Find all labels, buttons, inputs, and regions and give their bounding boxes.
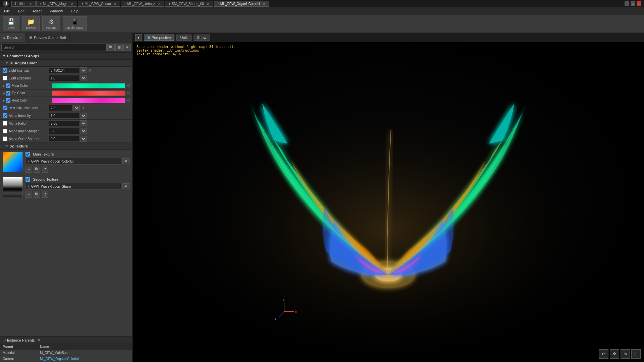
close-icon[interactable]: ✕ — [114, 2, 116, 6]
main-texture-navigate-back[interactable]: ← — [25, 166, 32, 173]
close-icon[interactable]: ✕ — [207, 2, 209, 6]
close-icon[interactable]: ✕ — [158, 2, 161, 6]
params-button[interactable]: ⚙ Params — [42, 16, 60, 31]
param-groups-label: Parameter Groups — [7, 54, 39, 58]
menu-window[interactable]: Window — [48, 8, 64, 14]
light-intensity-input[interactable] — [49, 67, 79, 73]
main-color-reset-icon[interactable]: ↺ — [126, 83, 131, 88]
main-color-swatch[interactable] — [52, 83, 125, 88]
second-texture-dropdown-icon[interactable]: ▼ — [122, 183, 129, 189]
alpha-falloff-checkbox[interactable] — [3, 121, 7, 126]
root-tip-blend-checkbox[interactable] — [3, 106, 7, 110]
search-input[interactable] — [1, 44, 107, 51]
alpha-falloff-input[interactable] — [49, 120, 79, 126]
menu-asset[interactable]: Asset — [31, 8, 43, 14]
tip-color-swatch[interactable] — [52, 90, 125, 96]
mobile-stats-button[interactable]: 📱 Mobile Stats — [63, 16, 87, 31]
minimize-button[interactable]: ─ — [625, 1, 629, 6]
root-color-checkbox[interactable] — [6, 98, 10, 103]
alpha-inner-dropdown[interactable]: ▼ — [80, 128, 87, 134]
main-texture-dropdown-icon[interactable]: ▼ — [122, 158, 129, 164]
param-groups-header[interactable]: ▼ Parameter Groups — [0, 53, 132, 60]
viewport[interactable]: ▼ Perspective Unlit Show Base pass shade… — [132, 33, 644, 362]
menu-help[interactable]: Help — [69, 8, 80, 14]
light-exposure-input[interactable] — [49, 75, 79, 81]
alpha-falloff-dropdown[interactable]: ▼ — [80, 120, 87, 126]
light-exposure-checkbox[interactable] — [3, 76, 7, 80]
search-button[interactable]: 🔍 — [107, 44, 115, 51]
main-texture-name-input[interactable] — [25, 158, 121, 165]
alpha-outer-dropdown[interactable]: ▼ — [80, 136, 87, 142]
viewport-ctrl-fit[interactable]: ⊞ — [631, 349, 641, 359]
root-color-reset-icon[interactable]: ↺ — [126, 98, 131, 103]
tip-color-checkbox[interactable] — [6, 91, 10, 96]
main-color-expand-icon[interactable]: ▶ — [3, 84, 5, 87]
tab-ml-ocean[interactable]: ● ML_GPW_Ocean ✕ — [78, 1, 120, 7]
viewport-menu-button[interactable]: ▼ — [135, 34, 142, 41]
tab-label: ML_GPW_Unholy* — [127, 2, 155, 6]
tab-ml-magic[interactable]: ● ML_GPW_Magic ✕ — [36, 1, 77, 7]
light-exposure-dropdown[interactable]: ▼ — [80, 75, 87, 81]
second-texture-search[interactable]: 🔍 — [34, 191, 40, 198]
alpha-intensity-input[interactable] — [49, 113, 79, 119]
alpha-inner-row: Alpha Inner Sharper ▼ — [0, 127, 132, 135]
tab-sm-shape[interactable]: ■ SM_GPW_Shape_08 ✕ — [165, 1, 213, 7]
root-color-expand-icon[interactable]: ▶ — [3, 99, 5, 102]
second-texture-thumb[interactable] — [3, 177, 23, 197]
alpha-inner-checkbox[interactable] — [3, 129, 7, 133]
viewport-ctrl-zoom[interactable]: ⊕ — [621, 349, 630, 359]
light-intensity-reset-icon[interactable]: ↺ — [87, 68, 92, 73]
tab-details[interactable]: ≡ Details ✕ — [0, 33, 26, 42]
tab-untitled[interactable]: Untitled ✕ — [11, 1, 36, 7]
toolbar: 💾 Save 📁 Browse ⚙ Params 📱 Mobile Stats — [0, 15, 644, 33]
adjust-color-expand-icon: ▼ — [5, 61, 8, 65]
menu-edit[interactable]: Edit — [17, 8, 26, 14]
root-tip-blend-input[interactable] — [49, 105, 72, 111]
tab-preview-scene[interactable]: ◉ Preview Scene Sett — [26, 33, 70, 42]
tab-ml-unholy[interactable]: ● ML_GPW_Unholy* ✕ — [121, 1, 165, 7]
browse-button[interactable]: 📁 Browse — [22, 16, 40, 31]
close-icon[interactable]: ✕ — [263, 2, 265, 6]
alpha-outer-input[interactable] — [49, 136, 79, 142]
close-button[interactable]: ✕ — [637, 1, 641, 6]
main-texture-thumb[interactable] — [3, 152, 23, 172]
alpha-outer-checkbox[interactable] — [3, 136, 7, 141]
unlit-button[interactable]: Unlit — [176, 35, 191, 41]
adjust-color-header[interactable]: ▼ 01 Adjust Color — [0, 60, 132, 67]
menu-file[interactable]: File — [3, 8, 11, 14]
tip-color-expand-icon[interactable]: ▶ — [3, 92, 5, 95]
info-line3: Texture samplers: 4/16 — [137, 52, 239, 56]
alpha-intensity-dropdown[interactable]: ▼ — [80, 113, 87, 119]
alpha-intensity-checkbox[interactable] — [3, 113, 7, 118]
main-texture-checkbox[interactable] — [25, 152, 30, 157]
second-texture-reset[interactable]: ↺ — [42, 191, 48, 198]
second-texture-name-input[interactable] — [25, 183, 121, 190]
main-texture-search[interactable]: 🔍 — [34, 166, 40, 173]
root-tip-blend-reset-icon[interactable]: ↺ — [80, 106, 85, 110]
alpha-inner-input[interactable] — [49, 128, 79, 134]
show-button[interactable]: Show — [194, 35, 210, 41]
save-button[interactable]: 💾 Save — [3, 16, 19, 31]
close-icon[interactable]: ✕ — [71, 2, 73, 6]
viewport-ctrl-rotate[interactable]: ⟳ — [599, 349, 608, 359]
close-icon[interactable]: ✕ — [29, 2, 32, 6]
browse-label: Browse — [26, 26, 36, 29]
light-intensity-checkbox[interactable] — [3, 68, 7, 73]
second-texture-checkbox[interactable] — [25, 177, 30, 182]
perspective-button[interactable]: Perspective — [144, 35, 174, 41]
tip-color-reset-icon[interactable]: ↺ — [126, 91, 131, 96]
maximize-button[interactable]: □ — [631, 1, 635, 6]
viewport-ctrl-pan[interactable]: ✥ — [610, 349, 619, 359]
light-intensity-dropdown[interactable]: ▼ — [80, 67, 87, 73]
root-color-swatch[interactable] — [52, 98, 125, 103]
instance-panel-close-icon[interactable]: ✕ — [38, 338, 41, 342]
tab-ml-organic[interactable]: ● ML_GPW_OrganicColorful ✕ — [214, 1, 269, 7]
details-close-icon[interactable]: ✕ — [19, 36, 22, 39]
main-color-checkbox[interactable] — [6, 83, 10, 88]
filter-button[interactable]: ▼ — [123, 44, 131, 51]
grid-view-button[interactable]: ⊞ — [115, 44, 123, 51]
texture-header[interactable]: ▼ 02 Texture — [0, 143, 132, 150]
root-tip-blend-dropdown[interactable]: ▼ — [73, 105, 80, 111]
second-texture-navigate-back[interactable]: ← — [25, 191, 32, 198]
main-texture-reset[interactable]: ↺ — [42, 166, 48, 173]
